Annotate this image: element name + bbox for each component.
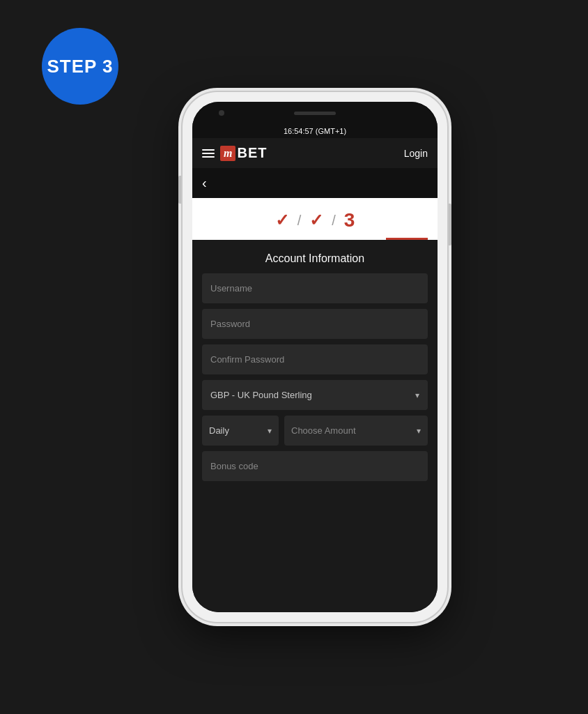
step-underline bbox=[386, 238, 428, 240]
step-indicator: ✓ / ✓ / 3 bbox=[192, 198, 438, 240]
hamburger-button[interactable] bbox=[202, 149, 215, 158]
back-button[interactable]: ‹ bbox=[202, 175, 207, 190]
content-area: Account Information GBP - UK Pound Sterl… bbox=[192, 240, 438, 612]
back-bar: ‹ bbox=[192, 168, 438, 198]
currency-value: GBP - UK Pound Sterling bbox=[210, 390, 312, 400]
password-input[interactable] bbox=[202, 309, 428, 339]
phone-top-bar bbox=[192, 102, 438, 124]
logo-bet-text: BET bbox=[237, 145, 267, 161]
status-time: 16:54:57 (GMT+1) bbox=[284, 127, 346, 135]
currency-dropdown-arrow: ▾ bbox=[415, 390, 419, 400]
step-badge-label: STEP 3 bbox=[47, 56, 113, 77]
hamburger-line-2 bbox=[202, 153, 215, 154]
step-current: 3 bbox=[344, 209, 355, 231]
currency-dropdown[interactable]: GBP - UK Pound Sterling ▾ bbox=[202, 380, 428, 410]
step-divider-2: / bbox=[332, 213, 336, 229]
choose-amount-arrow: ▾ bbox=[417, 426, 421, 436]
confirm-password-input[interactable] bbox=[202, 344, 428, 374]
hamburger-line-3 bbox=[202, 156, 215, 158]
choose-amount-label: Choose Amount bbox=[291, 425, 356, 436]
camera-icon bbox=[219, 110, 224, 116]
speaker bbox=[294, 112, 336, 115]
daily-dropdown[interactable]: Daily ▾ bbox=[202, 416, 279, 446]
logo-m-icon: m bbox=[220, 146, 235, 161]
daily-label: Daily bbox=[209, 425, 229, 436]
step-divider-1: / bbox=[297, 213, 302, 229]
step-2-check: ✓ bbox=[309, 211, 323, 230]
phone-inner: 16:54:57 (GMT+1) m BET Login ‹ bbox=[192, 102, 438, 612]
choose-amount-dropdown[interactable]: Choose Amount ▾ bbox=[284, 416, 428, 446]
step-indicator-inner: ✓ / ✓ / 3 bbox=[275, 209, 355, 240]
status-bar: 16:54:57 (GMT+1) bbox=[192, 124, 438, 138]
app-header: m BET Login bbox=[192, 138, 438, 168]
username-input[interactable] bbox=[202, 273, 428, 303]
logo: m BET bbox=[220, 145, 267, 161]
step-badge: STEP 3 bbox=[42, 28, 118, 105]
bonus-code-input[interactable] bbox=[202, 451, 428, 481]
step-1-check: ✓ bbox=[275, 211, 289, 230]
hamburger-line-1 bbox=[202, 149, 215, 151]
header-left: m BET bbox=[202, 145, 267, 161]
daily-dropdown-arrow: ▾ bbox=[268, 426, 272, 436]
limit-row: Daily ▾ Choose Amount ▾ bbox=[202, 416, 428, 446]
login-button[interactable]: Login bbox=[404, 148, 428, 159]
section-title: Account Information bbox=[202, 240, 428, 273]
phone-frame: 16:54:57 (GMT+1) m BET Login ‹ bbox=[183, 92, 447, 622]
